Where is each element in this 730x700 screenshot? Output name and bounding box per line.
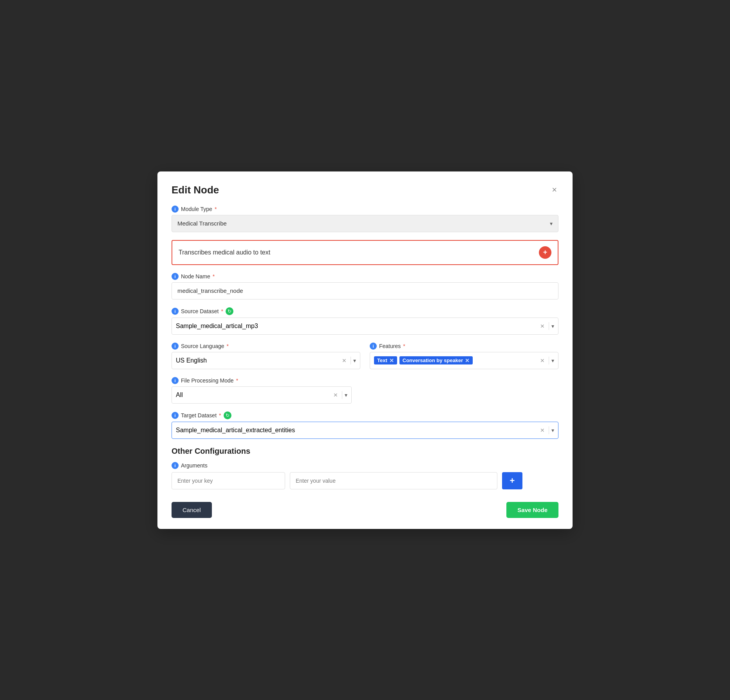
features-tags: Text ✕ Conversation by speaker ✕: [374, 356, 535, 364]
arguments-row: +: [172, 472, 558, 489]
features-select[interactable]: Text ✕ Conversation by speaker ✕ ✕ ▾: [370, 352, 558, 369]
footer-buttons: Cancel Save Node: [172, 500, 558, 518]
other-configurations-title: Other Configurations: [172, 447, 558, 456]
module-type-info-icon: i: [172, 206, 179, 213]
cancel-button[interactable]: Cancel: [172, 502, 212, 518]
feature-tag-text: Text ✕: [374, 356, 397, 364]
features-divider: [549, 357, 549, 364]
target-dataset-controls: ✕ ▾: [538, 426, 554, 434]
file-processing-mode-clear-button[interactable]: ✕: [332, 391, 340, 399]
features-info-icon: i: [370, 343, 377, 350]
source-dataset-divider: [549, 322, 549, 330]
save-node-button[interactable]: Save Node: [506, 502, 558, 518]
modal-title: Edit Node: [172, 184, 219, 196]
source-language-clear-button[interactable]: ✕: [340, 357, 348, 364]
source-dataset-label: i Source Dataset * ↻: [172, 307, 558, 315]
target-dataset-clear-button[interactable]: ✕: [538, 426, 546, 434]
close-button[interactable]: ×: [550, 186, 558, 194]
features-controls: ✕ ▾: [538, 357, 554, 364]
target-dataset-select[interactable]: Sample_medical_artical_extracted_entitie…: [172, 422, 558, 439]
arguments-label: i Arguments: [172, 462, 558, 469]
description-plus-button[interactable]: +: [539, 246, 551, 259]
source-dataset-clear-button[interactable]: ✕: [538, 322, 546, 330]
arguments-info-icon: i: [172, 462, 179, 469]
target-dataset-chevron-icon[interactable]: ▾: [551, 427, 554, 433]
features-clear-button[interactable]: ✕: [538, 357, 546, 364]
source-language-field: i Source Language * US English ✕ ▾: [172, 343, 360, 369]
target-dataset-refresh-icon[interactable]: ↻: [224, 411, 231, 419]
source-dataset-info-icon: i: [172, 308, 179, 315]
source-language-select[interactable]: US English ✕ ▾: [172, 352, 360, 369]
target-dataset-divider: [549, 426, 549, 434]
source-language-chevron-icon[interactable]: ▾: [353, 357, 356, 364]
file-processing-mode-value: All: [176, 391, 329, 399]
source-dataset-select[interactable]: Sample_medical_artical_mp3 ✕ ▾: [172, 318, 558, 335]
argument-value-input[interactable]: [290, 472, 497, 489]
source-dataset-controls: ✕ ▾: [538, 322, 554, 330]
module-type-chevron-icon: ▾: [550, 220, 553, 227]
feature-tag-conversation-close[interactable]: ✕: [465, 358, 470, 363]
source-dataset-chevron-icon[interactable]: ▾: [551, 323, 554, 329]
module-type-select[interactable]: Medical Transcribe ▾: [172, 215, 558, 232]
description-text: Transcribes medical audio to text: [179, 249, 270, 256]
modal-header: Edit Node ×: [172, 184, 558, 196]
features-label: i Features *: [370, 343, 558, 350]
file-processing-mode-divider: [342, 391, 342, 399]
source-language-controls: ✕ ▾: [340, 357, 356, 364]
node-name-input[interactable]: [172, 282, 558, 299]
file-processing-mode-field: i File Processing Mode * All ✕ ▾: [172, 377, 558, 404]
features-chevron-icon[interactable]: ▾: [551, 357, 554, 364]
node-name-label: i Node Name *: [172, 273, 558, 280]
module-type-field: i Module Type * Medical Transcribe ▾: [172, 206, 558, 232]
source-language-label: i Source Language *: [172, 343, 360, 350]
source-dataset-value: Sample_medical_artical_mp3: [176, 323, 535, 330]
file-processing-mode-select[interactable]: All ✕ ▾: [172, 386, 352, 404]
source-language-divider: [351, 357, 351, 364]
source-dataset-field: i Source Dataset * ↻ Sample_medical_arti…: [172, 307, 558, 335]
features-field: i Features * Text ✕ Conversation by spea…: [370, 343, 558, 369]
feature-tag-conversation: Conversation by speaker ✕: [399, 356, 473, 364]
module-type-label: i Module Type *: [172, 206, 558, 213]
argument-key-input[interactable]: [172, 472, 285, 489]
target-dataset-label: i Target Dataset * ↻: [172, 411, 558, 419]
feature-tag-text-close[interactable]: ✕: [389, 358, 394, 363]
add-argument-button[interactable]: +: [502, 472, 522, 489]
file-processing-mode-info-icon: i: [172, 377, 179, 384]
node-name-field: i Node Name *: [172, 273, 558, 299]
target-dataset-value: Sample_medical_artical_extracted_entitie…: [176, 427, 535, 434]
source-language-value: US English: [176, 357, 337, 364]
target-dataset-field: i Target Dataset * ↻ Sample_medical_arti…: [172, 411, 558, 439]
file-processing-mode-controls: ✕ ▾: [332, 391, 347, 399]
target-dataset-info-icon: i: [172, 412, 179, 419]
other-configurations-section: Other Configurations i Arguments +: [172, 447, 558, 489]
source-language-features-row: i Source Language * US English ✕ ▾: [172, 343, 558, 369]
modal-overlay: Edit Node × i Module Type * Medical Tran…: [0, 0, 730, 700]
source-dataset-refresh-icon[interactable]: ↻: [226, 307, 233, 315]
node-name-info-icon: i: [172, 273, 179, 280]
file-processing-mode-chevron-icon[interactable]: ▾: [345, 392, 347, 398]
edit-node-modal: Edit Node × i Module Type * Medical Tran…: [157, 171, 573, 529]
file-processing-mode-label: i File Processing Mode *: [172, 377, 558, 384]
source-language-info-icon: i: [172, 343, 179, 350]
description-box: Transcribes medical audio to text +: [172, 240, 558, 265]
